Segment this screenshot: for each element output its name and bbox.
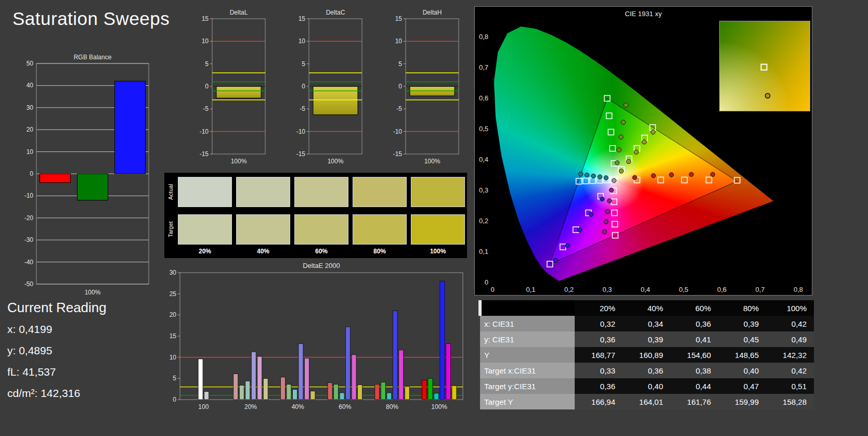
cie-measured-blue (577, 228, 581, 232)
table-cell: 160,89 (623, 347, 670, 363)
table-row-label: y: CIE31 (480, 331, 575, 347)
table-cell: 159,99 (718, 394, 766, 409)
svg-text:25: 25 (170, 290, 177, 298)
cie-measured-red (669, 173, 673, 177)
cie-zoom-inset (719, 21, 810, 111)
svg-text:10: 10 (27, 148, 34, 156)
svg-text:50: 50 (27, 60, 34, 67)
rgb-bar-red (40, 174, 70, 183)
table-cell: 0,38 (670, 363, 718, 378)
deltae-x-axis-label: 80% (386, 403, 398, 411)
deltae-bar (405, 387, 409, 400)
table-cell: 0,36 (623, 363, 670, 378)
swatch-actual-20% (178, 177, 232, 207)
cie-x-axis-labels: 00,10,20,30,40,50,60,70,8 (490, 286, 803, 293)
cie-target-magenta (611, 199, 617, 204)
table-cell: 0,36 (670, 316, 718, 331)
table-cell: 0,47 (718, 378, 766, 394)
delta-h-x-axis-label: 100% (424, 158, 441, 165)
table-cell: 0,45 (718, 331, 766, 347)
svg-text:-5: -5 (300, 105, 305, 112)
table-cell: 0,40 (623, 378, 670, 394)
svg-text:15: 15 (299, 15, 306, 22)
deltae-bar (352, 355, 356, 400)
cie-measured-white (612, 178, 616, 183)
svg-text:30: 30 (170, 269, 177, 276)
cie-measured-magenta (602, 229, 606, 234)
delta-y-axis-labels: 151050-5-10-15 (393, 15, 406, 158)
table-cell: 0,41 (670, 331, 718, 347)
rgb-balance-chart[interactable]: RGB Balance50403020100-10-20-30-40-50100… (15, 53, 153, 306)
cie-measured-green (621, 120, 625, 124)
cie-target-blue (560, 244, 566, 250)
cie-measured-red (689, 172, 693, 176)
table-cell: 0,42 (766, 363, 814, 378)
swatch-target-40% (236, 214, 290, 245)
deltae-bar (257, 356, 262, 400)
cie-target-cyan (590, 178, 595, 184)
table-row: y: CIE310,360,390,410,450,49 (480, 331, 814, 347)
current-reading-fl: fL: 41,537 (7, 366, 107, 378)
svg-text:5: 5 (173, 375, 176, 382)
cie-measured-cyan (604, 176, 608, 180)
deltae-bar (239, 385, 244, 400)
delta-h-chart[interactable]: DeltaH151050-5-10-15100% (385, 8, 464, 171)
deltae-bar (280, 377, 285, 400)
delta-h-title: DeltaH (423, 9, 442, 16)
deltae2000-plot: DeltaE 200005101520253010020%40%60%80%10… (164, 261, 467, 415)
cie-measured-blue (600, 197, 604, 201)
svg-text:5: 5 (205, 60, 209, 68)
delta-c-chart[interactable]: DeltaC151050-5-10-15100% (288, 8, 367, 171)
cie-target-magenta (612, 210, 617, 216)
cie-measured-yellow (627, 159, 631, 163)
deltae-bar (440, 281, 445, 400)
table-cell: 0,36 (575, 331, 623, 347)
delta-y-axis-labels: 151050-5-10-15 (296, 15, 309, 158)
cie-inset-target-marker (760, 63, 767, 70)
svg-text:0,8: 0,8 (479, 33, 488, 41)
cie-measured-yellow (642, 140, 646, 144)
svg-text:-10: -10 (24, 192, 34, 199)
deltae-bar (299, 344, 303, 400)
deltae-bar (381, 382, 385, 400)
table-row: Target x:CIE310,330,360,380,400,42 (480, 363, 814, 378)
svg-text:0: 0 (485, 278, 488, 286)
deltae-bar (446, 344, 450, 400)
table-cell: 166,94 (575, 394, 623, 409)
svg-text:5: 5 (302, 60, 305, 68)
table-cell: 148,65 (718, 347, 766, 363)
svg-text:-20: -20 (24, 214, 34, 222)
table-row-label: Target x:CIE31 (480, 363, 575, 378)
table-cell: 142,32 (766, 347, 814, 363)
cie-measured-cyan (579, 172, 583, 176)
table-corner-cell (480, 300, 575, 316)
table-row-label: Target y:CIE31 (480, 378, 575, 394)
deltae-x-axis-label: 40% (292, 403, 304, 411)
delta-l-title: DeltaL (230, 9, 248, 16)
current-reading-panel: Current Reading x: 0,4199 y: 0,4895 fL: … (7, 300, 107, 408)
cie-measured-green (624, 103, 628, 107)
deltae2000-chart[interactable]: DeltaE 200005101520253010020%40%60%80%10… (164, 261, 467, 415)
table-cell: 0,42 (766, 316, 814, 331)
deltae-bar (346, 327, 351, 400)
cie-measured-blue (589, 212, 593, 216)
saturation-swatches-panel[interactable]: ActualTarget20%40%60%80%100% (164, 173, 467, 258)
cie-measured-yellow (619, 169, 624, 173)
svg-text:0,6: 0,6 (479, 94, 488, 102)
cie-measured-cyan (585, 173, 589, 177)
deltae-bar (434, 393, 438, 400)
cie-1931-chart[interactable]: CIE 1931 xy 00,10,20,30,40,50,60,70,800,… (474, 6, 812, 296)
deltae-bar (304, 358, 309, 400)
cie-measured-magenta (605, 210, 610, 214)
deltae-x-axis-label: 100% (431, 403, 447, 411)
delta-c-x-axis-label: 100% (328, 158, 344, 165)
rgb-x-axis-label: 100% (85, 289, 101, 296)
deltae-bar (287, 384, 291, 400)
table-cell: 0,39 (623, 331, 670, 347)
delta-l-chart[interactable]: DeltaL151050-5-10-15100% (191, 8, 270, 171)
svg-text:20: 20 (27, 126, 34, 133)
svg-text:20: 20 (170, 311, 177, 318)
swatch-target-20% (178, 214, 232, 245)
swatch-target-60% (294, 214, 348, 245)
svg-text:0,8: 0,8 (794, 286, 803, 293)
